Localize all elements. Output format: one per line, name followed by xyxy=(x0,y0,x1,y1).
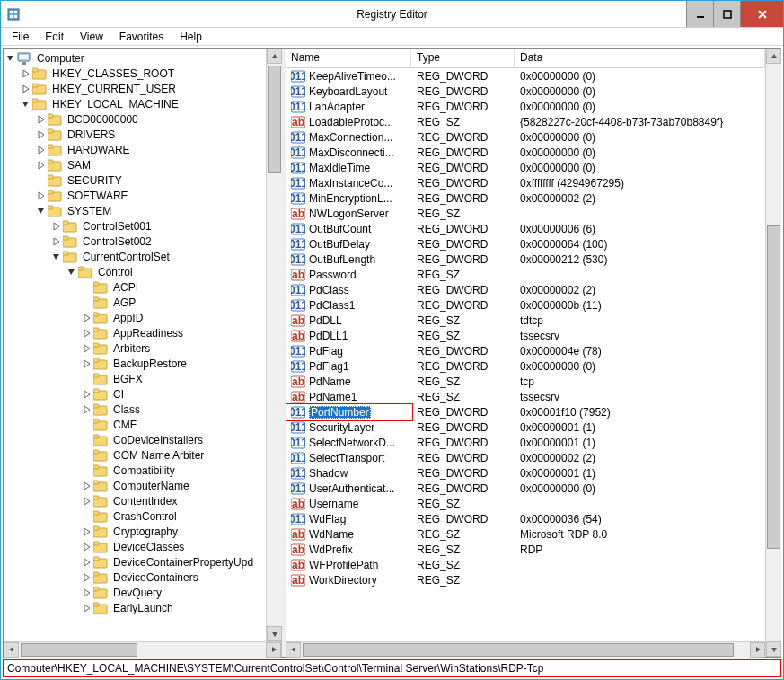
tree-node[interactable]: Class xyxy=(5,402,266,417)
value-row[interactable]: KeepAliveTimeo...REG_DWORD0x00000000 (0) xyxy=(286,68,765,84)
value-row[interactable]: OutBufCountREG_DWORD0x00000006 (6) xyxy=(286,221,765,236)
value-row[interactable]: WorkDirectoryREG_SZ xyxy=(286,572,765,587)
minimize-button[interactable] xyxy=(686,1,713,27)
expand-icon[interactable] xyxy=(82,542,92,552)
expand-icon[interactable] xyxy=(21,84,31,94)
scroll-thumb[interactable] xyxy=(303,643,734,657)
tree-node[interactable]: DeviceContainerPropertyUpd xyxy=(5,554,266,570)
value-row[interactable]: LoadableProtoc...REG_SZ{5828227c-20cf-44… xyxy=(286,114,765,129)
tree-node[interactable]: DRIVERS xyxy=(5,127,266,142)
expand-icon[interactable] xyxy=(51,236,62,247)
scroll-thumb[interactable] xyxy=(767,225,780,549)
tree-node[interactable]: HKEY_CURRENT_USER xyxy=(5,81,266,96)
expand-icon[interactable] xyxy=(82,328,92,339)
expand-icon[interactable] xyxy=(82,572,92,583)
menu-help[interactable]: Help xyxy=(172,29,209,45)
tree-node[interactable]: SECURITY xyxy=(5,172,266,188)
scroll-track[interactable] xyxy=(766,64,781,641)
tree-node[interactable]: CoDeviceInstallers xyxy=(5,432,266,447)
tree-node[interactable]: Computer xyxy=(5,50,266,66)
expand-icon[interactable] xyxy=(82,389,92,400)
value-row[interactable]: PdDLLREG_SZtdtcp xyxy=(286,313,765,328)
expand-icon[interactable] xyxy=(82,404,92,415)
tree-node[interactable]: CMF xyxy=(5,417,266,432)
scroll-left-button[interactable] xyxy=(4,642,19,658)
scroll-down-button[interactable] xyxy=(766,641,781,657)
scroll-right-button[interactable] xyxy=(266,642,281,658)
expand-icon[interactable] xyxy=(36,129,47,140)
value-row[interactable]: PdNameREG_SZtcp xyxy=(286,374,765,389)
tree-horizontal-scrollbar[interactable] xyxy=(4,641,281,657)
values-list[interactable]: KeepAliveTimeo...REG_DWORD0x00000000 (0)… xyxy=(286,68,765,641)
value-row[interactable]: WdNameREG_SZMicrosoft RDP 8.0 xyxy=(286,526,765,542)
value-row[interactable]: NWLogonServerREG_SZ xyxy=(286,206,765,221)
value-row[interactable]: WdFlagREG_DWORD0x00000036 (54) xyxy=(286,511,765,526)
tree-vertical-scrollbar[interactable] xyxy=(266,49,281,641)
expand-icon[interactable] xyxy=(36,160,47,171)
column-header-data[interactable]: Data xyxy=(515,49,765,67)
expand-icon[interactable] xyxy=(82,603,92,614)
value-row[interactable]: PortNumberREG_DWORD0x00001f10 (7952) xyxy=(286,404,765,419)
tree-node[interactable]: CI xyxy=(5,386,266,402)
expand-icon[interactable] xyxy=(82,343,92,354)
tree-node[interactable]: ControlSet001 xyxy=(5,218,266,234)
value-row[interactable]: WFProfilePathREG_SZ xyxy=(286,557,765,572)
values-vertical-scrollbar[interactable] xyxy=(765,49,780,657)
value-row[interactable]: MaxInstanceCo...REG_DWORD0xffffffff (429… xyxy=(286,175,765,190)
tree-node[interactable]: Arbiters xyxy=(5,340,266,356)
tree-node[interactable]: DeviceClasses xyxy=(5,539,266,554)
collapse-icon[interactable] xyxy=(21,99,31,110)
value-row[interactable]: WdPrefixREG_SZRDP xyxy=(286,542,765,557)
value-row[interactable]: PdName1REG_SZtssecsrv xyxy=(286,389,765,404)
tree-node[interactable]: BGFX xyxy=(5,371,266,386)
value-row[interactable]: LanAdapterREG_DWORD0x00000000 (0) xyxy=(286,99,765,114)
tree-node[interactable]: COM Name Arbiter xyxy=(5,447,266,463)
tree-node[interactable]: HKEY_CLASSES_ROOT xyxy=(5,66,266,81)
close-button[interactable] xyxy=(740,1,783,27)
tree-node[interactable]: DeviceContainers xyxy=(5,570,266,585)
value-row[interactable]: PdClassREG_DWORD0x00000002 (2) xyxy=(286,282,765,297)
menu-favorites[interactable]: Favorites xyxy=(112,29,171,45)
tree-node[interactable]: AppReadiness xyxy=(5,325,266,340)
expand-icon[interactable] xyxy=(36,114,47,125)
value-row[interactable]: UsernameREG_SZ xyxy=(286,496,765,511)
tree-node[interactable]: CrashControl xyxy=(5,508,266,524)
value-row[interactable]: KeyboardLayoutREG_DWORD0x00000000 (0) xyxy=(286,84,765,99)
collapse-icon[interactable] xyxy=(66,267,77,278)
expand-icon[interactable] xyxy=(51,221,62,232)
menu-view[interactable]: View xyxy=(73,29,110,45)
scroll-track[interactable] xyxy=(301,642,750,658)
menu-edit[interactable]: Edit xyxy=(38,29,71,45)
value-row[interactable]: SecurityLayerREG_DWORD0x00000001 (1) xyxy=(286,419,765,435)
value-row[interactable]: SelectNetworkD...REG_DWORD0x00000001 (1) xyxy=(286,435,765,450)
scroll-up-button[interactable] xyxy=(766,49,781,64)
value-row[interactable]: ShadowREG_DWORD0x00000001 (1) xyxy=(286,465,765,481)
tree-node[interactable]: AppID xyxy=(5,310,266,325)
tree-node[interactable]: ACPI xyxy=(5,279,266,295)
tree-node[interactable]: SAM xyxy=(5,157,266,172)
expand-icon[interactable] xyxy=(82,481,92,491)
expand-icon[interactable] xyxy=(36,145,47,155)
tree-node[interactable]: SYSTEM xyxy=(5,203,266,218)
expand-icon[interactable] xyxy=(82,496,92,507)
tree-node[interactable]: AGP xyxy=(5,295,266,310)
expand-icon[interactable] xyxy=(36,190,47,201)
value-row[interactable]: PdClass1REG_DWORD0x0000000b (11) xyxy=(286,297,765,313)
tree-node[interactable]: Compatibility xyxy=(5,463,266,478)
tree-node[interactable]: HARDWARE xyxy=(5,142,266,157)
expand-icon[interactable] xyxy=(21,68,31,79)
tree-node[interactable]: Cryptography xyxy=(5,524,266,539)
value-row[interactable]: PdFlagREG_DWORD0x0000004e (78) xyxy=(286,343,765,358)
value-row[interactable]: MinEncryptionL...REG_DWORD0x00000002 (2) xyxy=(286,190,765,206)
column-header-type[interactable]: Type xyxy=(411,49,515,67)
scroll-up-button[interactable] xyxy=(267,49,282,64)
menu-file[interactable]: File xyxy=(4,29,36,45)
scroll-right-button[interactable] xyxy=(750,642,765,658)
maximize-button[interactable] xyxy=(713,1,740,27)
tree-node[interactable]: ComputerName xyxy=(5,478,266,493)
expand-icon[interactable] xyxy=(82,587,92,598)
scroll-left-button[interactable] xyxy=(286,642,301,658)
tree-node[interactable]: Control xyxy=(5,264,266,279)
expand-icon[interactable] xyxy=(82,526,92,537)
value-row[interactable]: MaxDisconnecti...REG_DWORD0x00000000 (0) xyxy=(286,145,765,160)
